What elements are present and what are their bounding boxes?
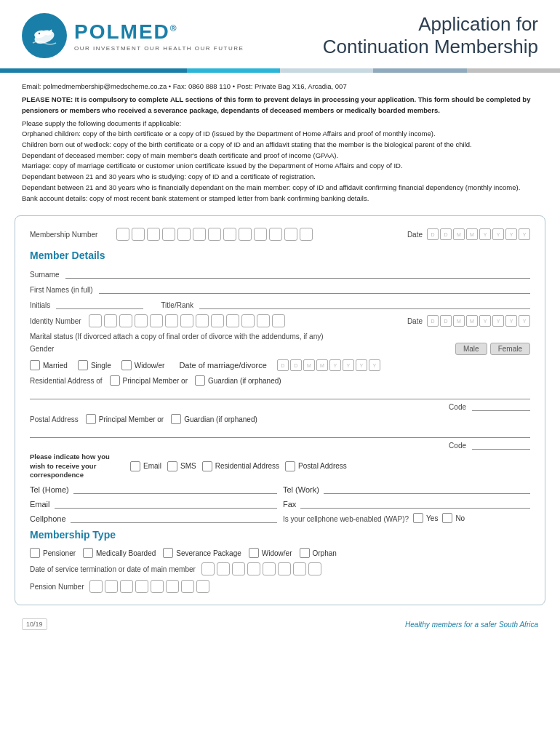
- doc1: Orphaned children: copy of the birth cer…: [22, 129, 538, 140]
- email-opt-checkbox[interactable]: [130, 461, 140, 471]
- date-y2: Y: [492, 228, 504, 240]
- sms-opt[interactable]: SMS: [167, 461, 196, 471]
- severance-checkbox[interactable]: [163, 548, 173, 558]
- postal-address-input[interactable]: [30, 426, 530, 438]
- surname-row: Surname: [30, 268, 530, 279]
- pensioner-label: Pensioner: [43, 549, 76, 557]
- pen-box-5: [151, 580, 164, 593]
- cellphone-label: Cellphone: [30, 514, 66, 523]
- dod-y4: Y: [369, 359, 380, 371]
- widow-type-checkbox[interactable]: [249, 548, 259, 558]
- principal-member-res-option[interactable]: Principal Member or: [110, 375, 188, 386]
- version-badge: 10/19: [22, 618, 47, 630]
- email-col: Email: [30, 498, 277, 509]
- male-button[interactable]: Male: [455, 343, 487, 355]
- postal-addr-opt-checkbox[interactable]: [285, 461, 295, 471]
- guardian-res-checkbox[interactable]: [195, 375, 205, 386]
- date-box: Date D D M M Y Y Y Y: [407, 228, 530, 240]
- medically-boarded-checkbox[interactable]: [83, 548, 93, 558]
- mem-box-5: [177, 228, 191, 241]
- residential-address-input[interactable]: [30, 388, 530, 399]
- no-opt[interactable]: No: [442, 513, 465, 523]
- pensioner-checkbox[interactable]: [30, 548, 40, 558]
- married-checkbox[interactable]: [30, 360, 40, 370]
- medically-boarded-option[interactable]: Medically Boarded: [83, 548, 156, 558]
- single-checkbox[interactable]: [78, 360, 88, 370]
- header: POLMED® OUR INVESTMENT OUR HEALTH OUR FU…: [0, 0, 560, 65]
- wap-col: Is your cellphone web-enabled (WAP)? Yes…: [283, 513, 530, 523]
- initials-input[interactable]: [56, 299, 143, 309]
- principal-member-post-checkbox[interactable]: [86, 414, 96, 424]
- email-input[interactable]: [55, 498, 277, 509]
- logo-name: POLMED®: [74, 20, 244, 44]
- pension-number-label: Pension Number: [30, 583, 84, 591]
- mem-box-8: [223, 228, 236, 241]
- form-container: Membership Number Date D: [15, 215, 545, 605]
- svc-box-5: [263, 562, 276, 575]
- cellphone-input[interactable]: [71, 513, 277, 523]
- sms-opt-label: SMS: [180, 462, 196, 470]
- membership-type-options: Pensioner Medically Boarded Severance Pa…: [30, 548, 530, 558]
- title-line2: Continuation Membership: [323, 36, 538, 57]
- date-y4: Y: [519, 228, 530, 240]
- guardian-res-option[interactable]: Guardian (if orphaned): [195, 375, 281, 386]
- postal-addr-opt[interactable]: Postal Address: [285, 461, 347, 471]
- id-date-m2: M: [466, 315, 478, 327]
- sms-opt-checkbox[interactable]: [167, 461, 177, 471]
- single-option[interactable]: Single: [78, 360, 111, 370]
- residential-address-row: Residential Address of Principal Member …: [30, 375, 530, 399]
- color-bar-seg4: [373, 68, 466, 73]
- mem-box-2: [132, 228, 145, 241]
- widow-option[interactable]: Widow/er: [121, 360, 165, 370]
- email-opt[interactable]: Email: [130, 461, 161, 471]
- severance-option[interactable]: Severance Package: [163, 548, 241, 558]
- title-rank-input[interactable]: [199, 299, 530, 309]
- guardian-post-option[interactable]: Guardian (if orphaned): [171, 414, 257, 424]
- pensioner-option[interactable]: Pensioner: [30, 548, 76, 558]
- dod-date-boxes: D D M M Y Y Y Y: [277, 359, 380, 371]
- first-names-row: First Names (in full): [30, 284, 530, 294]
- yes-opt[interactable]: Yes: [413, 513, 438, 523]
- fax-input[interactable]: [300, 498, 530, 509]
- principal-member-res-checkbox[interactable]: [110, 375, 120, 386]
- res-addr-opt[interactable]: Residential Address: [202, 461, 279, 471]
- date-y3: Y: [505, 228, 517, 240]
- residential-code-row: Code: [30, 402, 530, 411]
- fax-col: Fax: [283, 498, 530, 509]
- gender-row: Gender Male Female: [30, 343, 530, 355]
- widow-type-option[interactable]: Widow/er: [249, 548, 292, 558]
- marital-row: Marital status (If divorced attach a cop…: [30, 332, 530, 371]
- surname-input[interactable]: [65, 268, 530, 279]
- principal-member-post-option[interactable]: Principal Member or: [86, 414, 164, 424]
- mem-box-9: [239, 228, 252, 241]
- dod-m1: M: [303, 359, 315, 371]
- mem-box-1: [116, 228, 129, 241]
- guardian-post-checkbox[interactable]: [171, 414, 181, 424]
- id-box-4: [135, 314, 148, 327]
- mem-box-11: [269, 228, 282, 241]
- widow-checkbox[interactable]: [121, 360, 132, 370]
- identity-number-row: Identity Number Date D: [30, 314, 530, 327]
- yes-label: Yes: [426, 514, 438, 522]
- no-checkbox[interactable]: [442, 513, 452, 523]
- tel-work-input[interactable]: [324, 484, 530, 494]
- yes-checkbox[interactable]: [413, 513, 423, 523]
- first-names-input[interactable]: [99, 284, 530, 294]
- email-fax-row: Email Fax: [30, 498, 530, 509]
- doc7: Bank account details: copy of most recen…: [22, 194, 538, 204]
- female-button[interactable]: Female: [490, 343, 530, 355]
- mem-box-4: [162, 228, 175, 241]
- married-option[interactable]: Married: [30, 360, 68, 370]
- orphan-checkbox[interactable]: [300, 548, 310, 558]
- post-code-input[interactable]: [472, 441, 530, 450]
- logo-circle: [22, 13, 67, 58]
- orphan-option[interactable]: Orphan: [300, 548, 337, 558]
- tel-home-label: Tel (Home): [30, 485, 69, 494]
- dod-y1: Y: [329, 359, 341, 371]
- svc-box-2: [217, 562, 230, 575]
- res-addr-opt-checkbox[interactable]: [202, 461, 212, 471]
- id-date-m1: M: [453, 315, 465, 327]
- res-code-input[interactable]: [472, 402, 530, 411]
- tel-home-input[interactable]: [73, 484, 277, 494]
- postal-label: Postal Address: [30, 415, 79, 423]
